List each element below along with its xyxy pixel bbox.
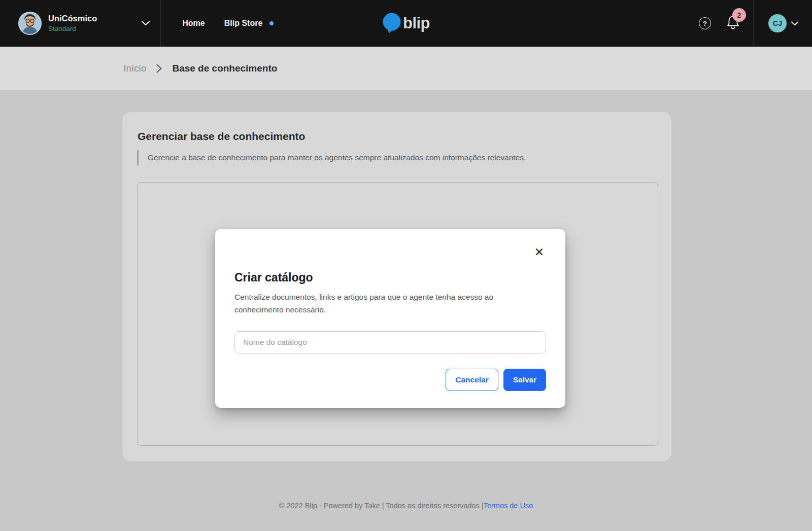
modal-description: Centralize documentos, links e artigos p… [234, 291, 506, 316]
navbar-right: ? 2 CJ [699, 0, 798, 47]
blip-logo-text: blip [403, 14, 430, 32]
footer: © 2022 Blip - Powered by Take | Todos os… [0, 502, 812, 510]
tenant-avatar [18, 12, 42, 35]
navbar-divider [753, 0, 754, 47]
top-navbar: UniCósmico Standard Home Blip Store blip… [0, 0, 812, 47]
help-icon[interactable]: ? [699, 17, 711, 29]
breadcrumb-current: Base de conhecimento [172, 63, 277, 74]
tenant-selector[interactable]: UniCósmico Standard [18, 12, 150, 35]
nav-item-blip-store[interactable]: Blip Store [224, 19, 274, 28]
tenant-name: UniCósmico [48, 14, 97, 23]
breadcrumb: Início Base de conhecimento [0, 47, 812, 90]
notification-dot-icon [269, 21, 274, 25]
navbar-divider [160, 0, 161, 47]
catalog-name-input[interactable] [234, 331, 546, 353]
save-button[interactable]: Salvar [503, 369, 546, 391]
page-subtitle: Gerencie a base de conhecimento para man… [137, 150, 658, 165]
terms-of-use-link[interactable]: Termos de Uso [484, 502, 533, 510]
tenant-names: UniCósmico Standard [48, 14, 97, 32]
nav-item-blip-store-label: Blip Store [224, 19, 263, 28]
chevron-down-icon[interactable] [791, 19, 798, 28]
notification-count-badge: 2 [732, 8, 746, 22]
nav-item-home-label: Home [182, 19, 205, 28]
cancel-button[interactable]: Cancelar [446, 369, 498, 391]
breadcrumb-item-inicio[interactable]: Início [123, 63, 146, 74]
chevron-right-icon [156, 64, 162, 73]
nav-links: Home Blip Store [182, 19, 274, 28]
tenant-plan-badge: Standard [48, 25, 97, 33]
modal-actions: Cancelar Salvar [234, 369, 546, 391]
user-initials: CJ [773, 19, 783, 27]
nav-item-home[interactable]: Home [182, 19, 205, 28]
user-avatar[interactable]: CJ [768, 14, 787, 32]
help-glyph: ? [703, 20, 707, 27]
footer-copyright: © 2022 Blip - Powered by Take | Todos os… [279, 502, 484, 510]
page-title: Gerenciar base de conhecimento [137, 130, 658, 143]
notifications-button[interactable]: 2 [727, 15, 739, 31]
chevron-down-icon[interactable] [142, 19, 150, 28]
close-icon[interactable]: ✕ [534, 246, 544, 258]
modal-title: Criar catálogo [234, 271, 546, 285]
blip-logo: blip [382, 13, 430, 34]
create-catalog-modal: ✕ Criar catálogo Centralize documentos, … [215, 229, 565, 408]
blip-bubble-icon [382, 13, 401, 34]
